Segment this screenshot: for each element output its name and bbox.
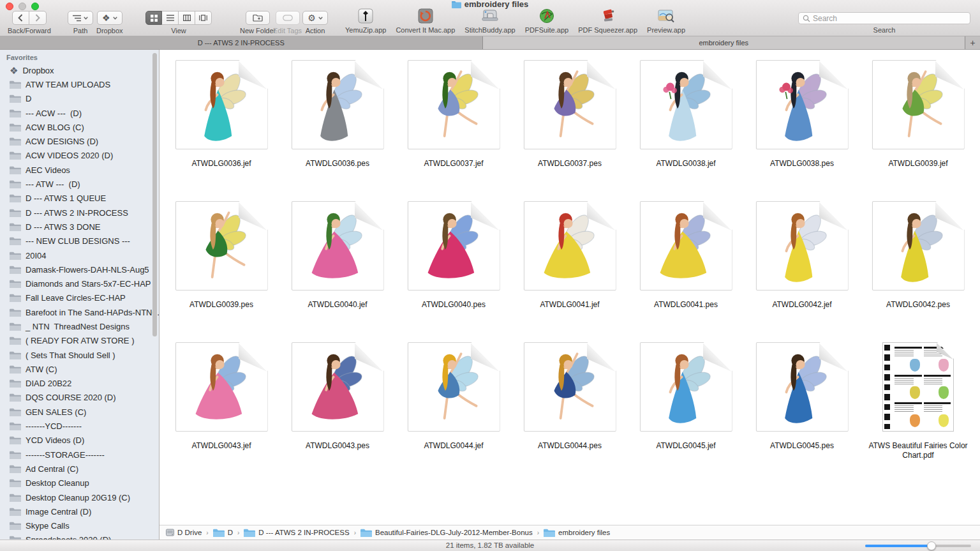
file-tile[interactable]: ATWS Beautiful Fairies Color Chart.pdf [860, 342, 976, 460]
sidebar-item[interactable]: YCD Videos (D) [0, 434, 159, 448]
file-tile[interactable]: ATWDLG0038.pes [744, 60, 860, 169]
folder-icon [10, 209, 21, 217]
search-field[interactable] [798, 12, 970, 24]
sidebar-item[interactable]: D --- ATWS 1 QUEUE [0, 192, 159, 206]
sidebar-item[interactable]: 20I04 [0, 248, 159, 262]
sidebar-item[interactable]: Ad Central (C) [0, 462, 159, 476]
sidebar-item[interactable]: ACW BLOG (C) [0, 120, 159, 134]
sidebar-item[interactable]: ❖Dropbox [0, 63, 159, 77]
sidebar-item[interactable]: ( Sets That Should Sell ) [0, 348, 159, 362]
file-tile[interactable]: ATWDLG0037.jef [396, 60, 512, 169]
tab-2[interactable]: embroidery files [483, 36, 966, 49]
sidebar-scrollbar[interactable] [152, 53, 157, 336]
file-tile[interactable]: ATWDLG0039.pes [163, 201, 279, 310]
sidebar-item[interactable]: --- ACW --- (D) [0, 106, 159, 120]
sidebar-item[interactable]: Spreadsheets 2020 (D) [0, 533, 159, 540]
file-name: ATWS Beautiful Fairies Color Chart.pdf [866, 441, 971, 460]
slider-knob[interactable] [927, 541, 936, 550]
sidebar-item[interactable]: AEC Videos [0, 163, 159, 177]
sidebar-item[interactable]: ( READY FOR ATW STORE ) [0, 334, 159, 348]
file-name: ATWDLG0039.jef [888, 159, 947, 169]
file-tile[interactable]: ATWDLG0036.jef [163, 60, 279, 169]
sidebar-item[interactable]: Diamonds and Stars-5x7-EC-HAP [0, 276, 159, 291]
sidebar-item[interactable]: -------STORAGE------- [0, 448, 159, 462]
sidebar-item[interactable]: Image Central (D) [0, 504, 159, 518]
file-name: ATWDLG0042.pes [886, 300, 950, 310]
sidebar-section-favorites: Favorites [0, 50, 159, 63]
sidebar-item[interactable]: _ NTN ThreadNest Designs [0, 319, 159, 333]
file-tile[interactable]: ATWDLG0044.jef [396, 342, 512, 460]
sidebar-item[interactable]: -------YCD------- [0, 419, 159, 433]
file-tile[interactable]: ATWDLG0036.pes [279, 60, 396, 169]
file-tile[interactable]: ATWDLG0037.pes [512, 60, 628, 169]
sidebar-item[interactable]: Desktop Cleanup 20G19 (C) [0, 490, 159, 504]
file-tile[interactable]: ATWDLG0041.pes [628, 201, 744, 310]
new-tab-button[interactable]: + [965, 36, 980, 49]
toolbar-app-pdfsqueezer[interactable]: PDF Squeezer.app [578, 7, 637, 34]
file-tile[interactable]: ATWDLG0042.jef [744, 201, 860, 310]
view-coverflow-button[interactable] [195, 11, 212, 25]
sidebar-item[interactable]: ATW TEAM UPLOADS [0, 77, 159, 91]
breadcrumb-item[interactable]: ›embroidery files [533, 529, 611, 537]
sidebar-item[interactable]: DIAD 20B22 [0, 377, 159, 391]
sidebar-item[interactable]: ATW (C) [0, 362, 159, 376]
tab-1[interactable]: D --- ATWS 2 IN-PROCESS [0, 36, 483, 49]
new-folder-button[interactable] [246, 11, 270, 25]
sidebar-item[interactable]: Damask-Flowers-DAH-NLS-Aug5 [0, 262, 159, 276]
folder-icon [10, 180, 21, 188]
dropbox-button[interactable]: ❖ [97, 11, 122, 25]
toolbar-app-stitchbuddy[interactable]: StitchBuddy.app [464, 7, 515, 34]
back-button[interactable] [12, 11, 29, 25]
path-label: Path [73, 27, 88, 34]
sidebar-item[interactable]: --- NEW CLUB DESIGNS --- [0, 234, 159, 248]
sidebar-item[interactable]: Skype Calls [0, 519, 159, 533]
view-columns-button[interactable] [179, 11, 195, 25]
breadcrumb-item[interactable]: ›Beautiful-Fairies-DLG-July-2012-Member-… [350, 529, 533, 537]
search-input[interactable] [813, 14, 966, 23]
sidebar-item[interactable]: ACW VIDEOS 2020 (D) [0, 149, 159, 163]
sidebar-item[interactable]: Barefoot in The Sand-HAPds-NTN0… [0, 305, 159, 319]
sidebar-item[interactable]: DQS COURSE 2020 (D) [0, 391, 159, 405]
sidebar-item[interactable]: D [0, 92, 159, 106]
breadcrumb-item[interactable]: ›D [202, 529, 233, 537]
sidebar-item[interactable]: D --- ATWS 3 DONE [0, 220, 159, 234]
breadcrumb-item[interactable]: ›D --- ATWS 2 IN-PROCESS [233, 529, 350, 537]
file-tile[interactable]: ATWDLG0044.pes [512, 342, 628, 460]
path-button[interactable] [68, 11, 93, 25]
forward-button[interactable] [29, 11, 47, 25]
toolbar-app-preview[interactable]: Preview.app [647, 7, 685, 34]
folder-icon [10, 479, 21, 487]
file-tile[interactable]: ATWDLG0041.jef [512, 201, 628, 310]
sidebar-item[interactable]: --- ATW --- (D) [0, 177, 159, 191]
file-tile[interactable]: ATWDLG0038.jef [628, 60, 744, 169]
view-label: View [171, 27, 186, 34]
edit-tags-button[interactable] [276, 11, 300, 25]
file-thumbnail [408, 201, 500, 291]
breadcrumb-item[interactable]: D Drive [166, 529, 202, 536]
sidebar-item[interactable]: Desktop Cleanup [0, 476, 159, 490]
sidebar-item[interactable]: D --- ATWS 2 IN-PROCESS [0, 206, 159, 220]
toolbar-app-pdfsuite[interactable]: PDFSuite.app [525, 7, 568, 34]
file-tile[interactable]: ATWDLG0040.pes [396, 201, 512, 310]
action-button[interactable]: ⚙ [302, 11, 328, 25]
dropbox-label: Dropbox [96, 27, 123, 34]
sidebar-item[interactable]: Fall Leave Circles-EC-HAP [0, 291, 159, 305]
view-icons-button[interactable] [145, 11, 162, 25]
dropbox-icon: ❖ [102, 13, 110, 22]
file-tile[interactable]: ATWDLG0042.pes [860, 201, 976, 310]
toolbar-app-convertit[interactable]: Convert It Mac.app [396, 7, 455, 34]
file-tile[interactable]: ATWDLG0043.jef [163, 342, 279, 460]
toolbar-app-yemuzip[interactable]: YemuZip.app [345, 7, 386, 34]
file-tile[interactable]: ATWDLG0045.pes [744, 342, 860, 460]
sidebar-list: ❖DropboxATW TEAM UPLOADSD--- ACW --- (D)… [0, 63, 159, 540]
file-tile[interactable]: ATWDLG0043.pes [279, 342, 396, 460]
view-list-button[interactable] [162, 11, 179, 25]
file-thumbnail [408, 60, 500, 149]
file-tile[interactable]: ATWDLG0045.jef [628, 342, 744, 460]
folder-icon [10, 451, 21, 459]
file-tile[interactable]: ATWDLG0039.jef [860, 60, 976, 169]
file-tile[interactable]: ATWDLG0040.jef [279, 201, 396, 310]
sidebar-item[interactable]: ACW DESIGNS (D) [0, 134, 159, 148]
icon-size-slider[interactable] [865, 545, 971, 547]
sidebar-item[interactable]: GEN SALES (C) [0, 405, 159, 419]
